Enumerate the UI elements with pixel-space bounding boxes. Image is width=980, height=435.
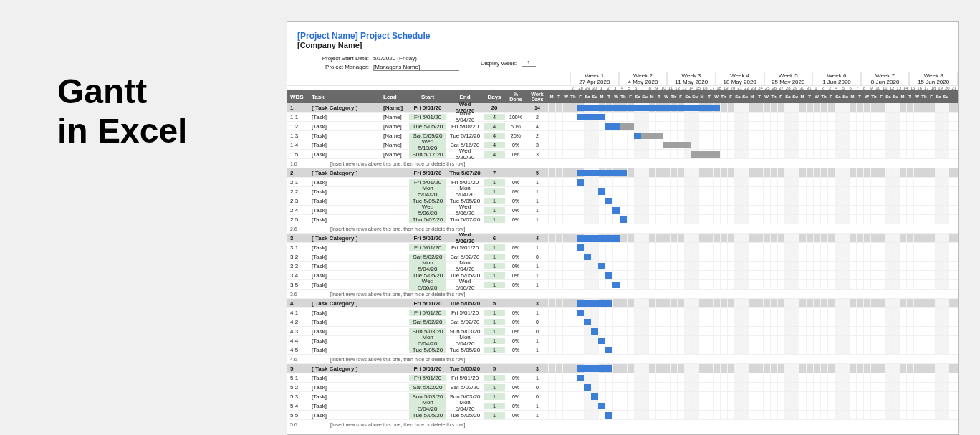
dow-cell: M xyxy=(698,95,706,99)
dow-cell: T xyxy=(906,95,913,99)
dow-cell: Su xyxy=(942,95,949,99)
gantt-area xyxy=(548,131,958,140)
task-row[interactable]: 4.5[Task]Tue 5/05/20Tue 5/05/2010%1 xyxy=(287,345,958,355)
category-row[interactable]: 5[ Task Category ]Fri 5/01/20Tue 5/05/20… xyxy=(287,364,958,373)
day-number: 20 xyxy=(729,86,736,90)
task-row[interactable]: 5.2[Task]Sat 5/02/20Sat 5/02/2010%0 xyxy=(287,383,958,392)
col-days: Days xyxy=(484,94,505,100)
day-number: 31 xyxy=(805,86,812,90)
day-number: 13 xyxy=(895,86,903,90)
category-row[interactable]: 2[ Task Category ]Fri 5/01/20Thu 5/07/20… xyxy=(287,168,958,178)
dow-cell: F xyxy=(827,95,835,99)
dow-cell: Th xyxy=(921,95,928,99)
task-row[interactable]: 2.2[Task]Mon 5/04/20Mon 5/04/2010%1 xyxy=(287,187,958,196)
manager-value[interactable]: [Manager's Name] xyxy=(373,64,459,71)
dow-cell: Sa xyxy=(684,95,691,99)
gantt-area xyxy=(548,383,958,391)
day-number: 7 xyxy=(640,86,647,90)
dow-cell: T xyxy=(806,95,813,99)
task-row[interactable]: 4.1[Task]Fri 5/01/20Fri 5/01/2010%1 xyxy=(287,308,958,317)
gantt-bar xyxy=(584,319,591,325)
dow-cell: T xyxy=(856,95,863,99)
gantt-bar-incomplete xyxy=(663,142,691,148)
gantt-bar-incomplete xyxy=(620,123,634,130)
task-row[interactable]: 1.4[Task][Name]Wed 5/13/20Sat 5/16/2040%… xyxy=(287,140,958,150)
task-row[interactable]: 2.5[Task]Thu 5/07/20Thu 5/07/2010%1 xyxy=(287,215,958,224)
task-row[interactable]: 4.2[Task]Sat 5/02/20Sat 5/02/2010%0 xyxy=(287,317,958,327)
week-column: Week 61 Jun 2020 xyxy=(812,72,861,85)
task-row[interactable]: 4.4[Task]Mon 5/04/20Mon 5/04/2010%1 xyxy=(287,336,958,345)
start-date-value[interactable]: 5/1/2020 (Friday) xyxy=(373,55,459,62)
task-row[interactable]: 5.1[Task]Fri 5/01/20Fri 5/01/2010%1 xyxy=(287,373,958,383)
day-number: 19 xyxy=(722,86,729,90)
display-week-value[interactable]: 1 xyxy=(522,59,536,67)
task-row[interactable]: 1.1[Task][Name]Fri 5/01/20Mon 5/04/20410… xyxy=(287,113,958,122)
day-number: 28 xyxy=(784,86,792,90)
dow-cell: M xyxy=(548,95,555,99)
dow-cell: F xyxy=(878,95,885,99)
task-row[interactable]: 3.4[Task]Tue 5/05/20Tue 5/05/2010%1 xyxy=(287,271,958,280)
dow-cell: Su xyxy=(591,95,598,99)
gantt-area xyxy=(548,168,958,177)
gantt-area xyxy=(548,364,958,373)
task-row[interactable]: 4.3[Task]Sun 5/03/20Sun 5/03/2010%0 xyxy=(287,327,958,336)
gantt-area xyxy=(548,252,958,261)
task-row[interactable]: 2.4[Task]Wed 5/06/20Wed 5/06/2010%1 xyxy=(287,206,958,215)
task-row[interactable]: 1.3[Task][Name]Sat 5/09/20Tue 5/12/20425… xyxy=(287,131,958,140)
task-row[interactable]: 1.2[Task][Name]Tue 5/05/20Fri 5/08/20450… xyxy=(287,122,958,131)
task-row[interactable]: 3.5[Task]Wed 5/06/20Wed 5/06/2010%1 xyxy=(287,280,958,290)
dow-cell: Su xyxy=(842,95,849,99)
col-start: Start xyxy=(409,94,446,100)
day-number: 5 xyxy=(840,86,847,90)
col-end: End xyxy=(446,94,484,100)
dow-cell: Th xyxy=(570,95,577,99)
dow-cell: W xyxy=(863,95,870,99)
task-row[interactable]: 3.3[Task]Mon 5/04/20Mon 5/04/2010%1 xyxy=(287,262,958,271)
task-row[interactable]: 5.3[Task]Sun 5/03/20Sun 5/03/2010%0 xyxy=(287,392,958,401)
col-task: Task xyxy=(309,94,380,100)
gantt-bar xyxy=(612,282,620,288)
dow-cell: F xyxy=(627,95,634,99)
dow-cell: W xyxy=(913,95,921,99)
dow-cell: M xyxy=(899,95,906,99)
excel-sheet: [Project Name] Project Schedule [Company… xyxy=(287,21,959,435)
dow-cell: T xyxy=(555,95,562,99)
day-number: 15 xyxy=(909,86,916,90)
gantt-bar xyxy=(577,300,612,307)
task-row[interactable]: 3.2[Task]Sat 5/02/20Sat 5/02/2010%0 xyxy=(287,252,958,262)
category-row[interactable]: 1[ Task Category ][Name]Fri 5/01/20Wed 5… xyxy=(287,103,958,113)
gantt-bar xyxy=(584,384,591,391)
gantt-bar xyxy=(605,412,612,419)
week-column: Week 24 May 2020 xyxy=(619,72,668,85)
task-row[interactable]: 5.5[Task]Tue 5/05/20Tue 5/05/2010%1 xyxy=(287,411,958,420)
company-name: [Company Name] xyxy=(297,41,948,49)
gantt-area xyxy=(548,262,958,270)
gantt-bar xyxy=(598,263,605,269)
dow-cell: W xyxy=(562,95,570,99)
gantt-bar xyxy=(577,179,584,186)
gantt-area xyxy=(548,411,958,419)
day-number: 11 xyxy=(882,86,889,90)
category-row[interactable]: 3[ Task Category ]Fri 5/01/20Wed 5/06/20… xyxy=(287,234,958,243)
gantt-bar xyxy=(577,375,584,381)
dow-header: MTWThFSaSuMTWThFSaSuMTWThFSaSuMTWThFSaSu… xyxy=(548,95,958,99)
day-number: 1 xyxy=(598,86,605,90)
dow-cell: Th xyxy=(870,95,878,99)
dow-cell: F xyxy=(727,95,734,99)
day-number: 26 xyxy=(771,86,778,90)
gantt-bar xyxy=(577,114,605,120)
heading-line1: Gantt xyxy=(57,72,147,110)
task-row[interactable]: 2.3[Task]Tue 5/05/20Tue 5/05/2010%1 xyxy=(287,196,958,206)
task-row[interactable]: 2.1[Task]Fri 5/01/20Fri 5/01/2010%1 xyxy=(287,178,958,187)
day-number: 10 xyxy=(875,86,882,90)
dow-cell: W xyxy=(612,95,620,99)
dow-cell: Sa xyxy=(885,95,892,99)
gantt-area xyxy=(548,327,958,335)
task-row[interactable]: 3.1[Task]Fri 5/01/20Fri 5/01/2010%1 xyxy=(287,243,958,252)
day-number: 29 xyxy=(584,86,591,90)
category-row[interactable]: 4[ Task Category ]Fri 5/01/20Tue 5/05/20… xyxy=(287,299,958,308)
task-row[interactable]: 5.4[Task]Mon 5/04/20Mon 5/04/2010%1 xyxy=(287,401,958,411)
task-row[interactable]: 1.5[Task][Name]Sun 5/17/20Wed 5/20/2040%… xyxy=(287,150,958,159)
gantt-area xyxy=(548,140,958,149)
day-number: 14 xyxy=(903,86,910,90)
